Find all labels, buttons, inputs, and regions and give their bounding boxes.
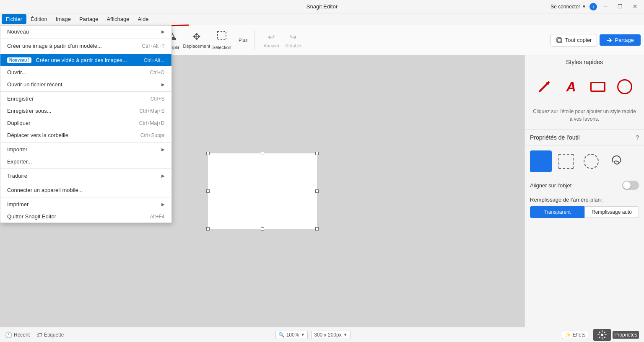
style-rect[interactable] <box>587 76 609 98</box>
rect-dash-icon <box>558 154 574 169</box>
size-control[interactable]: 300 x 200px ▼ <box>311 331 350 339</box>
dropdown-enregistrer[interactable]: Enregistrer Ctrl+S <box>0 93 171 105</box>
connect-label: Se connecter <box>551 4 580 10</box>
minimize-button[interactable]: ─ <box>600 2 611 11</box>
menu-edition[interactable]: Édition <box>26 14 52 24</box>
partage-button[interactable]: Partage <box>600 34 641 46</box>
tag-icon: 🏷 <box>36 332 42 338</box>
dropdown-item-label: Imprimer <box>7 201 29 207</box>
handle-bot-left[interactable] <box>206 227 210 231</box>
dropdown-connecter-mobile[interactable]: Connecter un appareil mobile... <box>0 184 171 196</box>
gear-icon[interactable] <box>593 329 611 341</box>
tool-deplacement[interactable]: ✥ Déplacement <box>185 27 208 53</box>
help-icon[interactable]: ? <box>636 134 639 141</box>
dropdown-item-label: Créer une image à partir d'un modèle... <box>7 43 102 49</box>
canvas-image[interactable] <box>208 153 317 229</box>
effets-button[interactable]: ✨ Effets <box>562 331 588 339</box>
tool-plus[interactable]: Plus <box>235 36 251 44</box>
sel-rect-solid[interactable] <box>530 150 552 172</box>
dropdown-enregistrer-sous[interactable]: Enregistrer sous... Ctrl+Maj+S <box>0 105 171 117</box>
handle-top-left[interactable] <box>206 152 210 155</box>
dropdown-item-label: Dupliquer <box>7 120 31 126</box>
dropdown-item-label: Exporter... <box>7 158 32 165</box>
svg-rect-4 <box>218 31 226 40</box>
tool-selection[interactable]: Sélection <box>210 27 234 53</box>
dropdown-deplacer-corbeille[interactable]: Déplacer vers la corbeille Ctrl+Suppr <box>0 129 171 141</box>
dropdown-quitter[interactable]: Quitter Snagit Editor Alt+F4 <box>0 210 171 223</box>
handle-top-mid[interactable] <box>261 152 264 155</box>
wand-icon: ✨ <box>565 332 571 338</box>
dropdown-ouvrir[interactable]: Ouvrir... Ctrl+O <box>0 66 171 78</box>
effets-label: Effets <box>573 332 585 338</box>
copy-share-area: Tout copier Partage <box>551 34 641 47</box>
props-title: Propriétés de l'outil ? <box>525 130 644 145</box>
annuler-button[interactable]: ↩ Annuler <box>261 27 281 53</box>
sel-rect-dash[interactable] <box>555 150 577 172</box>
info-icon[interactable]: i <box>589 3 597 10</box>
connect-button[interactable]: Se connecter ▼ <box>551 4 586 10</box>
menu-affichage[interactable]: Affichage <box>102 14 133 24</box>
dropdown-creer-video[interactable]: Nouveau ! Créer une vidéo à partir des i… <box>0 54 171 66</box>
recent-label: Récent <box>14 332 30 338</box>
arrow-icon: ▶ <box>161 82 165 87</box>
dropdown-item-label: Enregistrer sous... <box>7 108 52 114</box>
dropdown-item-label: Traduire <box>7 173 27 179</box>
transparent-button[interactable]: Transparent <box>530 206 584 218</box>
sel-lasso[interactable] <box>605 150 627 172</box>
dropdown-shortcut: Ctrl+Maj+S <box>140 108 165 114</box>
dropdown-item-label: Ouvrir un fichier récent <box>7 81 62 88</box>
handle-bot-right[interactable] <box>315 227 319 231</box>
dropdown-dupliquer[interactable]: Dupliquer Ctrl+Maj+D <box>0 117 171 129</box>
tout-copier-button[interactable]: Tout copier <box>551 34 597 47</box>
style-circle[interactable] <box>614 76 636 98</box>
handle-top-right[interactable] <box>315 152 319 155</box>
handle-mid-left[interactable] <box>206 189 210 193</box>
style-arrow-icon <box>534 77 554 97</box>
file-dropdown: Nouveau ▶ Créer une image à partir d'un … <box>0 25 172 223</box>
aligner-toggle[interactable] <box>622 181 639 190</box>
dropdown-ouvrir-recent[interactable]: Ouvrir un fichier récent ▶ <box>0 78 171 91</box>
dropdown-importer[interactable]: Importer ▶ <box>0 143 171 155</box>
dropdown-creer-modele[interactable]: Créer une image à partir d'un modèle... … <box>0 40 171 52</box>
etiquette-btn[interactable]: 🏷 Étiquette <box>36 332 64 338</box>
aligner-row: Aligner sur l'objet <box>525 177 644 193</box>
ellipse-dash-icon <box>584 154 599 169</box>
move-icon: ✥ <box>193 31 200 42</box>
proprietes-area: Propriétés <box>593 329 639 341</box>
sel-ellipse-dash[interactable] <box>580 150 602 172</box>
close-button[interactable]: ✕ <box>629 2 641 11</box>
dropdown-exporter[interactable]: Exporter... <box>0 155 171 168</box>
dropdown-nouveau[interactable]: Nouveau ▶ <box>0 26 171 38</box>
clock-icon: 🕐 <box>5 332 12 338</box>
dropdown-item-label: Enregistrer <box>7 96 34 102</box>
aligner-label: Aligner sur l'objet <box>530 182 571 189</box>
dropdown-imprimer[interactable]: Imprimer ▶ <box>0 198 171 210</box>
dropdown-item-label: Créer une vidéo à partir des images... <box>36 57 127 63</box>
menu-aide[interactable]: Aide <box>133 14 153 24</box>
menubar: Fichier Édition Image Partage Affichage … <box>0 13 644 25</box>
handle-mid-right[interactable] <box>315 189 319 193</box>
statusbar-left: 🕐 Récent 🏷 Étiquette <box>5 332 64 338</box>
more-icon: Plus <box>239 38 247 43</box>
app-title: Snagit Editor <box>306 3 338 10</box>
statusbar-center: 🔍 100% ▼ 300 x 200px ▼ <box>275 331 351 339</box>
remplissage-auto-button[interactable]: Remplissage auto <box>584 206 639 218</box>
zoom-control[interactable]: 🔍 100% ▼ <box>275 331 308 339</box>
dropdown-divider <box>0 197 171 197</box>
menu-image[interactable]: Image <box>52 14 75 24</box>
recent-btn[interactable]: 🕐 Récent <box>5 332 30 338</box>
dropdown-traduire[interactable]: Traduire ▶ <box>0 170 171 182</box>
style-text[interactable]: A <box>560 76 582 98</box>
toggle-thumb <box>623 181 631 189</box>
retablir-button[interactable]: ↪ Rétablir <box>283 27 303 53</box>
maximize-button[interactable]: ❐ <box>614 2 626 11</box>
handle-bot-mid[interactable] <box>261 227 264 231</box>
etiquette-label: Étiquette <box>44 332 64 338</box>
style-arrow[interactable] <box>533 76 555 98</box>
menu-fichier[interactable]: Fichier <box>2 14 26 24</box>
undo-label: Annuler <box>263 43 279 48</box>
menu-partage[interactable]: Partage <box>75 14 103 24</box>
dropdown-divider <box>0 91 171 92</box>
share-label: Partage <box>615 37 634 43</box>
undo-icon: ↩ <box>268 32 275 42</box>
